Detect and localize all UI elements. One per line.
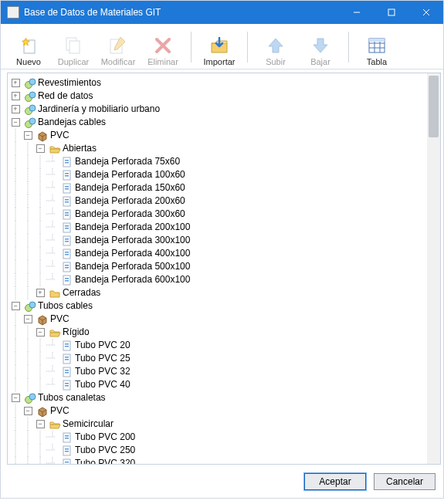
- svg-point-118: [29, 302, 36, 308]
- arrow-up-icon: [266, 35, 286, 56]
- tree-row[interactable]: Bandeja Perforada 500x100: [9, 260, 439, 273]
- tree-row[interactable]: Bandeja Perforada 200x60: [9, 194, 439, 208]
- tree-label: Bandeja Perforada 150x60: [75, 181, 185, 194]
- importar-button[interactable]: Importar: [198, 27, 241, 67]
- box-icon: [36, 313, 49, 326]
- tree-label: Bandeja Perforada 500x100: [75, 260, 190, 273]
- toolbar-label: Tabla: [367, 57, 387, 66]
- collapse-icon[interactable]: −: [24, 407, 32, 415]
- tree-row[interactable]: −PVC: [9, 313, 439, 326]
- tree-label: Revestimientos: [38, 76, 101, 90]
- svg-rect-66: [65, 201, 69, 203]
- svg-rect-98: [65, 254, 69, 255]
- tree-row[interactable]: Tubo PVC 200: [9, 431, 439, 444]
- tree-row[interactable]: −Bandejas cables: [9, 116, 439, 129]
- nuevo-button[interactable]: Nuevo: [7, 27, 50, 67]
- svg-rect-74: [65, 215, 69, 216]
- tree-row[interactable]: Bandeja Perforada 150x60: [9, 181, 439, 194]
- expand-icon[interactable]: +: [36, 289, 45, 297]
- svg-rect-156: [65, 383, 69, 384]
- tree-row[interactable]: Tubo PVC 250: [9, 444, 439, 457]
- tree-row[interactable]: Tubo PVC 32: [9, 365, 439, 378]
- svg-rect-157: [65, 385, 69, 387]
- tree-row[interactable]: Tubo PVC 40: [9, 378, 439, 391]
- tree-row[interactable]: −PVC: [9, 129, 439, 142]
- tree-row[interactable]: Bandeja Perforada 600x100: [9, 273, 439, 286]
- svg-rect-182: [65, 451, 69, 452]
- cat-icon: [24, 90, 36, 103]
- svg-rect-106: [65, 267, 69, 269]
- item-icon: [61, 353, 73, 365]
- tree-row[interactable]: Tubo PVC 25: [9, 352, 439, 365]
- expand-icon[interactable]: +: [12, 79, 20, 87]
- svg-point-27: [29, 118, 36, 124]
- svg-rect-181: [65, 448, 69, 450]
- svg-point-25: [29, 105, 36, 111]
- tree-row[interactable]: −Tubos cables: [9, 299, 439, 313]
- cancel-button[interactable]: Cancelar: [374, 473, 436, 490]
- scroll-thumb[interactable]: [429, 76, 439, 137]
- item-icon: [61, 379, 73, 391]
- svg-rect-89: [65, 238, 69, 240]
- tree-row[interactable]: Bandeja Perforada 300x60: [9, 208, 439, 221]
- bajar-button: Bajar: [299, 27, 342, 67]
- svg-rect-7: [69, 41, 80, 53]
- tree-row[interactable]: +Red de datos: [9, 90, 439, 103]
- close-button[interactable]: [408, 1, 443, 24]
- svg-marker-13: [314, 39, 327, 52]
- svg-rect-73: [65, 212, 69, 214]
- tree-row[interactable]: −Rígido: [9, 326, 439, 339]
- item-icon: [61, 248, 73, 260]
- svg-rect-65: [65, 199, 69, 201]
- box-icon: [36, 405, 49, 418]
- toolbar-label: Bajar: [310, 57, 330, 66]
- collapse-icon[interactable]: −: [12, 302, 20, 310]
- svg-rect-173: [65, 435, 69, 437]
- tree-label: Bandeja Perforada 75x60: [75, 155, 180, 168]
- tree-row[interactable]: −PVC: [9, 404, 439, 418]
- tree-row[interactable]: Bandeja Perforada 400x100: [9, 247, 439, 260]
- collapse-icon[interactable]: −: [12, 394, 20, 402]
- collapse-icon[interactable]: −: [36, 144, 45, 153]
- tree-row[interactable]: Bandeja Perforada 100x60: [9, 168, 439, 181]
- expand-icon[interactable]: +: [12, 92, 20, 100]
- tree-row[interactable]: +Revestimientos: [9, 76, 439, 90]
- window: Base de Datos de Materiales GIT NuevoDup…: [0, 0, 444, 499]
- collapse-icon[interactable]: −: [24, 315, 32, 323]
- tree-row[interactable]: Tubo PVC 320: [9, 457, 439, 465]
- scrollbar[interactable]: [427, 73, 440, 464]
- svg-rect-90: [65, 241, 69, 242]
- tree-row[interactable]: +Cerradas: [9, 286, 439, 299]
- collapse-icon[interactable]: −: [36, 328, 45, 337]
- tree-row[interactable]: Bandeja Perforada 200x100: [9, 221, 439, 234]
- tree-label: Bandeja Perforada 300x60: [75, 208, 185, 221]
- tree-label: Bandeja Perforada 300x100: [75, 234, 190, 247]
- collapse-icon[interactable]: −: [24, 131, 32, 140]
- table-icon: [367, 35, 387, 56]
- item-icon: [61, 340, 73, 352]
- svg-rect-190: [65, 464, 69, 465]
- svg-rect-1: [388, 9, 395, 15]
- toolbar-label: Nuevo: [16, 57, 41, 66]
- new-star-icon: [19, 35, 39, 56]
- tree-row[interactable]: −Abiertas: [9, 142, 439, 155]
- tree-row[interactable]: Bandeja Perforada 75x60: [9, 155, 439, 168]
- item-icon: [61, 182, 73, 194]
- tree-row[interactable]: Tubo PVC 20: [9, 339, 439, 352]
- minimize-button[interactable]: [339, 1, 374, 24]
- tree-row[interactable]: +Jardinería y mobiliario urbano: [9, 103, 439, 116]
- collapse-icon[interactable]: −: [36, 420, 45, 428]
- collapse-icon[interactable]: −: [12, 118, 20, 127]
- tree-row[interactable]: −Tubos canaletas: [9, 391, 439, 404]
- svg-marker-12: [269, 39, 283, 52]
- tree-view[interactable]: +Revestimientos+Red de datos+Jardinería …: [7, 73, 441, 465]
- tabla-button[interactable]: Tabla: [355, 27, 398, 67]
- folder-in-icon: [209, 35, 229, 56]
- maximize-button[interactable]: [374, 1, 408, 24]
- tree-row[interactable]: Bandeja Perforada 300x100: [9, 234, 439, 247]
- accept-button[interactable]: Aceptar: [304, 473, 366, 490]
- tree-label: Rígido: [63, 326, 90, 339]
- tree-row[interactable]: −Semicircular: [9, 418, 439, 431]
- expand-icon[interactable]: +: [12, 105, 20, 113]
- tree-label: Tubos cables: [38, 299, 93, 313]
